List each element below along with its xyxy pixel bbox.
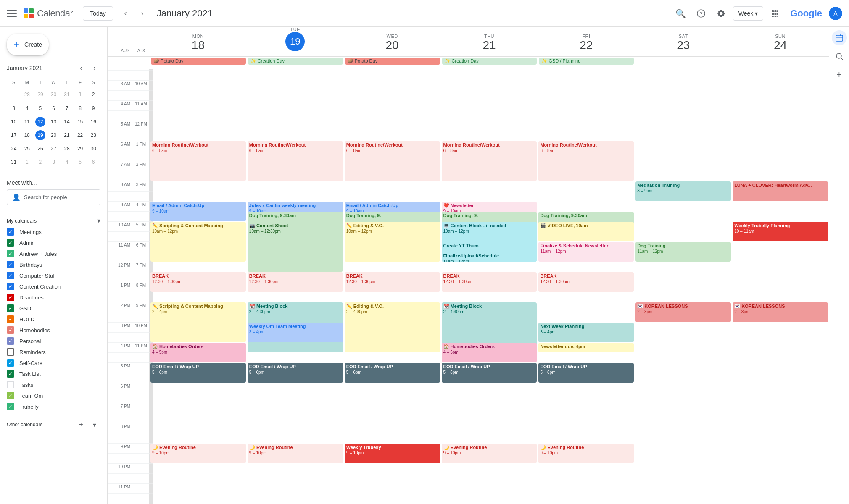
right-panel-add-icon[interactable]: + [832,67,847,82]
event----evening-routine-d4[interactable]: 🌙 Evening Routine9 – 10pm [538,444,634,463]
allday-event-potato-wed[interactable]: 🥔 Potato Day [345,58,440,65]
time-cell-d6-r30[interactable] [152,262,153,272]
menu-button[interactable] [7,8,17,18]
time-cell-d6-r51[interactable] [152,474,153,484]
day-header-wed[interactable]: WED 20 [344,34,441,53]
event-break-d3[interactable]: BREAK12:30 – 1:30pm [442,272,537,292]
search-people-input[interactable]: 👤 Search for people [7,189,100,205]
time-cell-d6-r42[interactable] [152,383,153,393]
cal-item-meetings[interactable]: ✓ Meetings [0,226,107,237]
cal-item-homebodies[interactable]: ✓ Homebodies [0,325,107,336]
event----editing---v-o--d2[interactable]: ✏️ Editing & V.O.2 – 4:30pm [345,302,440,352]
time-cell-d6-r53[interactable] [152,494,153,504]
allday-event-creation-thu[interactable]: ✨ Creation Day [442,58,537,65]
event-eod-email---wrap-up-d3[interactable]: EOD Email / Wrap UP5 – 6pm [442,363,537,383]
event-morning-routine-werk-d1[interactable]: Morning Routine/Werkout6 – 8am [248,141,343,181]
cal-item-reminders[interactable]: Reminders [0,346,107,357]
event-finalize---schedule--d4[interactable]: Finalize & Schedule Newsletter11am – 12p… [538,242,634,262]
day-header-sat[interactable]: SAT 23 [635,34,732,53]
cal-item-computer-stuff[interactable]: ✓ Computer Stuff [0,270,107,281]
event-morning-routine-werk-d3[interactable]: Morning Routine/Werkout6 – 8am [442,141,537,181]
cal-item-tasklist[interactable]: ✓ Task List [0,368,107,379]
mini-cal-next[interactable]: › [89,62,100,74]
event-eod-email---wrap-up-d2[interactable]: EOD Email / Wrap UP5 – 6pm [345,363,440,383]
event-morning-routine-werk-d2[interactable]: Morning Routine/Werkout6 – 8am [345,141,440,181]
cal-item-admin[interactable]: ✓ Admin [0,237,107,248]
event-meditation-training-d5[interactable]: Meditation Training8 – 9am [635,181,731,201]
view-selector[interactable]: Week ▾ [733,6,764,21]
event------korean-lessons-d5[interactable]: 🇰🇷 KOREAN LESSONS2 – 3pm [635,302,731,322]
today-button[interactable]: Today [83,6,113,21]
day-header-mon[interactable]: MON 18 [150,34,247,53]
cal-item-birthdays[interactable]: ✓ Birthdays [0,259,107,270]
event-break-d0[interactable]: BREAK12:30 – 1:30pm [150,272,246,292]
cal-item-tasks[interactable]: Tasks [0,379,107,390]
event----evening-routine-d3[interactable]: 🌙 Evening Routine9 – 10pm [442,444,537,463]
cal-item-gsd[interactable]: ✓ GSD [0,303,107,314]
event-break-d2[interactable]: BREAK12:30 – 1:30pm [345,272,440,292]
event----scripting---conte-d0[interactable]: ✏️ Scripting & Content Mapping10am – 12p… [150,222,246,262]
event----scripting---conte-d0[interactable]: ✏️ Scripting & Content Mapping2 – 4pm [150,302,246,342]
time-cell-d6-r11[interactable] [152,71,153,81]
create-button[interactable]: + Create [7,34,49,55]
time-cell-d6-r22[interactable] [152,181,153,192]
settings-button[interactable] [713,5,730,22]
time-cell-d6-r43[interactable] [152,393,153,403]
allday-event-gsd-fri[interactable]: ✨ GSD / Planning [539,58,634,65]
allday-event-creation-tue[interactable]: ✨ Creation Day [248,58,343,65]
event-weekly-om-team-meeti-d1[interactable]: Weekly Om Team Meeting3 – 4pm [248,323,343,342]
help-button[interactable]: ? [693,5,709,22]
cal-item-content-creation[interactable]: ✓ Content Creation [0,281,107,292]
event-eod-email---wrap-up-d1[interactable]: EOD Email / Wrap UP5 – 6pm [248,363,343,383]
prev-button[interactable]: ‹ [118,6,133,21]
event-finalize-upload-sche-d3[interactable]: Finalize/Upload/Schedule11am – 12pm [442,252,537,262]
right-panel-calendar-icon[interactable] [832,30,847,45]
event----video-live--10am-d4[interactable]: 🎬 VIDEO LIVE, 10am [538,222,634,242]
apps-button[interactable] [767,5,783,22]
add-other-calendar[interactable]: + [75,419,87,430]
event-weekly-trubelly-d2[interactable]: Weekly Trubelly9 – 10pm [345,444,440,463]
event-luna---clover--heart-d6[interactable]: LUNA + CLOVER: Heartworm Adv... [733,181,828,201]
time-cell-d6-r12[interactable] [152,81,153,91]
time-cell-d6-r47[interactable] [152,433,153,444]
event-eod-email---wrap-up-d4[interactable]: EOD Email / Wrap UP5 – 6pm [538,363,634,383]
time-cell-d6-r44[interactable] [152,403,153,413]
event-morning-routine-werk-d0[interactable]: Morning Routine/Werkout6 – 8am [150,141,246,181]
event-morning-routine-werk-d4[interactable]: Morning Routine/Werkout6 – 8am [538,141,634,181]
event----editing---v-o--d2[interactable]: ✏️ Editing & V.O.10am – 12pm [345,222,440,262]
cal-item-trubelly[interactable]: ✓ Trubelly [0,401,107,412]
time-cell-d6-r15[interactable] [152,111,153,121]
event-next-week-planning-d4[interactable]: Next Week Planning3 – 4pm [538,323,634,342]
time-cell-d6-r16[interactable] [152,121,153,131]
day-header-sun[interactable]: SUN 24 [732,34,829,53]
day-header-thu[interactable]: THU 21 [441,34,538,53]
day-header-tue[interactable]: TUE 19 [247,27,344,53]
event------korean-lessons-d6[interactable]: 🇰🇷 KOREAN LESSONS2 – 3pm [733,302,828,322]
cal-item-team-om[interactable]: ✓ Team Om [0,390,107,401]
my-calendars-header[interactable]: My calendars ▾ [0,215,107,226]
time-cell-d6-r23[interactable] [152,192,153,202]
event----homebodies-orders-d0[interactable]: 🏠 Homebodies Orders4 – 5pm [150,343,246,362]
mini-cal-prev[interactable]: ‹ [75,62,87,74]
avatar[interactable]: A [829,7,842,20]
search-button[interactable]: 🔍 [672,5,689,22]
toggle-other-calendars[interactable]: ▾ [89,419,100,430]
time-cell-d6-r46[interactable] [152,423,153,433]
cal-item-personal[interactable]: ✓ Personal [0,336,107,346]
time-cell-d6-r50[interactable] [152,464,153,474]
cal-item-andrew-jules[interactable]: ✓ Andrew + Jules [0,248,107,259]
event-dog-training-d5[interactable]: Dog Training11am – 12pm [635,242,731,262]
time-cell-d6-r45[interactable] [152,413,153,423]
event----homebodies-orders-d3[interactable]: 🏠 Homebodies Orders4 – 5pm [442,343,537,362]
time-cell-d6-r33[interactable] [152,292,153,302]
time-cell-d6-r14[interactable] [152,101,153,111]
event----evening-routine-d0[interactable]: 🌙 Evening Routine9 – 10pm [150,444,246,463]
event-break-d1[interactable]: BREAK12:30 – 1:30pm [248,272,343,292]
time-cell-d6-r17[interactable] [152,131,153,141]
event-email---admin-catch--d0[interactable]: Email / Admin Catch-Up9 – 10am [150,202,246,221]
time-cell-d6-r52[interactable] [152,484,153,494]
event-weekly-trubelly-plan-d6[interactable]: Weekly Trubelly Planning10 – 11am [733,222,828,242]
event-create-yt-thum----d3[interactable]: Create YT Thum... [442,242,537,252]
day-header-fri[interactable]: FRI 22 [538,34,635,53]
right-panel-search-icon[interactable] [832,49,847,64]
